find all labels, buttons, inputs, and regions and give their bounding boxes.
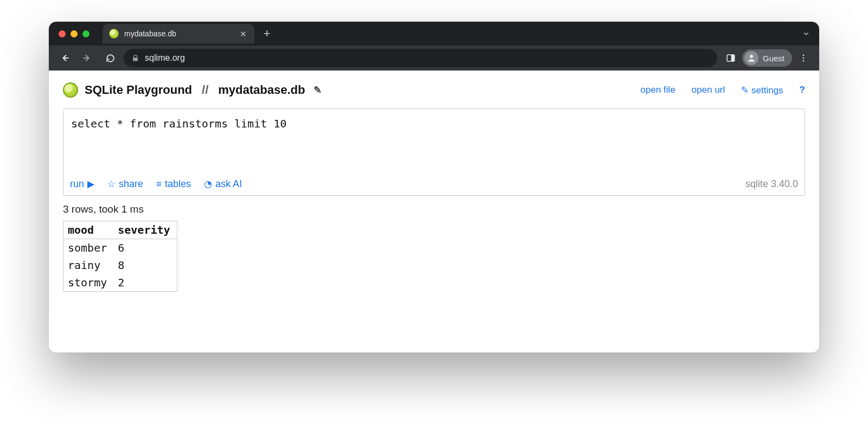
svg-point-3 bbox=[750, 55, 753, 58]
breadcrumb-separator: // bbox=[199, 83, 212, 97]
rename-database-button[interactable]: ✎ bbox=[314, 84, 322, 96]
open-url-link[interactable]: open url bbox=[692, 85, 725, 95]
kebab-icon bbox=[799, 53, 808, 63]
new-tab-button[interactable]: + bbox=[259, 25, 275, 42]
sqlite-version: sqlite 3.40.0 bbox=[745, 178, 798, 190]
table-cell: 8 bbox=[113, 257, 177, 274]
table-cell: 6 bbox=[113, 239, 177, 257]
chevron-down-icon bbox=[802, 29, 810, 38]
svg-rect-0 bbox=[133, 57, 138, 61]
table-row: stormy2 bbox=[63, 274, 177, 292]
arrow-right-icon bbox=[82, 53, 93, 63]
browser-menu-button[interactable] bbox=[794, 49, 813, 67]
tab-strip: mydatabase.db ✕ + bbox=[49, 22, 819, 46]
table-cell: stormy bbox=[63, 274, 114, 292]
table-cell: 2 bbox=[113, 274, 177, 292]
query-editor-panel: run ▶ ☆ share ≡ tables ◔ ask AI sqlite 3… bbox=[63, 108, 805, 196]
database-name: mydatabase.db bbox=[218, 83, 305, 97]
browser-chrome: mydatabase.db ✕ + sqlime. bbox=[49, 22, 819, 71]
favicon-icon bbox=[109, 29, 119, 39]
table-cell: somber bbox=[63, 239, 114, 257]
table-cell: rainy bbox=[63, 257, 114, 274]
browser-window: mydatabase.db ✕ + sqlime. bbox=[49, 22, 819, 353]
page-header: SQLite Playground // mydatabase.db ✎ ope… bbox=[63, 82, 805, 98]
profile-label: Guest bbox=[763, 54, 784, 63]
list-icon: ≡ bbox=[156, 180, 162, 189]
open-file-link[interactable]: open file bbox=[641, 85, 675, 95]
svg-point-6 bbox=[803, 60, 805, 62]
table-row: somber6 bbox=[63, 239, 177, 257]
play-icon: ▶ bbox=[87, 180, 94, 189]
lock-icon bbox=[131, 54, 139, 62]
svg-point-5 bbox=[803, 57, 805, 59]
arrow-left-icon bbox=[59, 53, 70, 63]
svg-point-4 bbox=[803, 54, 805, 56]
tab-title: mydatabase.db bbox=[124, 29, 233, 38]
app-title: SQLite Playground bbox=[85, 83, 192, 97]
table-header-row: moodseverity bbox=[63, 221, 177, 239]
panels-button[interactable] bbox=[722, 49, 740, 67]
query-editor[interactable] bbox=[63, 109, 805, 173]
url-text: sqlime.org bbox=[145, 53, 185, 63]
reload-icon bbox=[105, 53, 116, 63]
page-content: SQLite Playground // mydatabase.db ✎ ope… bbox=[49, 71, 819, 353]
table-row: rainy8 bbox=[63, 257, 177, 274]
column-header: severity bbox=[113, 221, 177, 239]
result-table: moodseverity somber6rainy8stormy2 bbox=[63, 221, 177, 292]
logo-icon bbox=[63, 82, 78, 98]
close-window-button[interactable] bbox=[59, 30, 66, 37]
minimize-window-button[interactable] bbox=[71, 30, 78, 37]
help-link[interactable]: ? bbox=[800, 85, 805, 95]
toolbar-right: Guest bbox=[722, 49, 813, 67]
brand: SQLite Playground // mydatabase.db ✎ bbox=[63, 82, 322, 98]
tables-button[interactable]: ≡ tables bbox=[156, 178, 191, 190]
reload-button[interactable] bbox=[101, 49, 119, 67]
result-status: 3 rows, took 1 ms bbox=[63, 203, 805, 215]
run-button[interactable]: run ▶ bbox=[70, 178, 94, 190]
ask-ai-button[interactable]: ◔ ask AI bbox=[204, 178, 242, 190]
link-icon: ✎ bbox=[741, 85, 749, 95]
result-table-wrap: moodseverity somber6rainy8stormy2 bbox=[63, 221, 805, 292]
circle-icon: ◔ bbox=[204, 180, 212, 189]
back-button[interactable] bbox=[55, 49, 74, 67]
maximize-window-button[interactable] bbox=[82, 30, 90, 37]
profile-button[interactable]: Guest bbox=[742, 49, 792, 67]
forward-button[interactable] bbox=[78, 49, 97, 67]
window-controls bbox=[59, 30, 90, 37]
editor-toolbar: run ▶ ☆ share ≡ tables ◔ ask AI sqlite 3… bbox=[63, 175, 805, 195]
browser-toolbar: sqlime.org Guest bbox=[49, 46, 819, 71]
svg-rect-2 bbox=[731, 55, 735, 61]
panel-icon bbox=[726, 53, 736, 63]
address-bar[interactable]: sqlime.org bbox=[124, 49, 717, 67]
settings-link[interactable]: ✎ settings bbox=[741, 85, 783, 96]
browser-tab[interactable]: mydatabase.db ✕ bbox=[103, 24, 254, 43]
share-button[interactable]: ☆ share bbox=[107, 178, 143, 190]
star-icon: ☆ bbox=[107, 180, 116, 189]
column-header: mood bbox=[63, 221, 114, 239]
avatar-icon bbox=[744, 51, 758, 65]
header-links: open file open url ✎ settings ? bbox=[641, 85, 805, 96]
tab-close-button[interactable]: ✕ bbox=[238, 29, 248, 39]
tabs-menu-button[interactable] bbox=[799, 29, 814, 38]
